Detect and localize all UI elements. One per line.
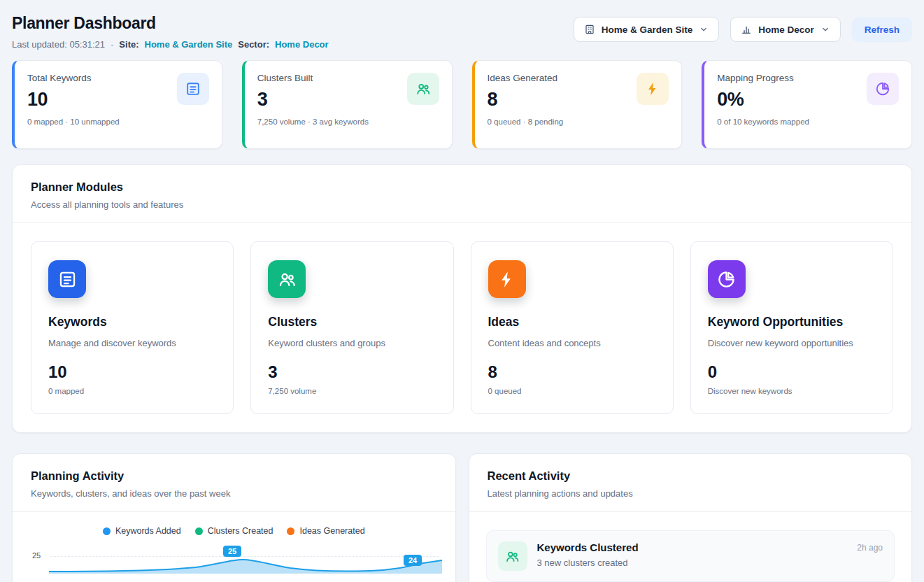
data-point-label: 24 [404,555,422,566]
stat-value: 3 [257,89,369,111]
modules-grid: Keywords Manage and discover keywords 10… [13,223,911,432]
stat-label: Ideas Generated [488,73,564,83]
legend-item-ideas-generated: Ideas Generated [287,526,364,536]
topbar-controls: Home & Garden Site Home Decor Refresh [574,17,912,42]
keywords-icon [177,73,209,105]
sector-label: Sector: [238,39,269,50]
module-card-keyword-opportunities[interactable]: Keyword Opportunities Discover new keywo… [690,241,893,414]
stat-main: Clusters Built 3 7,250 volume · 3 avg ke… [257,73,369,138]
stat-detail: 0 mapped · 10 unmapped [27,118,120,126]
legend-label: Keywords Added [115,526,181,536]
stat-card-total-keywords: Total Keywords 10 0 mapped · 10 unmapped [12,60,222,149]
site-selector[interactable]: Home & Garden Site [574,17,720,42]
module-description: Manage and discover keywords [48,338,216,348]
stat-value: 10 [27,89,120,111]
meta-line: Last updated: 05:31:21 · Site: Home & Ga… [12,39,329,50]
stat-card-ideas-generated: Ideas Generated 8 0 queued · 8 pending [472,60,683,149]
clusters-icon [268,260,306,298]
module-detail: 0 queued [488,387,656,395]
module-value: 3 [268,362,436,382]
clusters-icon [498,541,527,571]
sector-selector[interactable]: Home Decor [730,17,841,42]
activity-item-keywords-clustered: Keywords Clustered 3 new clusters create… [486,530,895,582]
module-detail: 0 mapped [48,387,216,395]
stat-label: Total Keywords [27,73,120,83]
module-value: 0 [708,362,876,382]
topbar: Planner Dashboard Last updated: 05:31:21… [12,0,912,57]
module-title: Keyword Opportunities [708,315,876,329]
site-link[interactable]: Home & Garden Site [145,39,233,50]
module-description: Keyword clusters and groups [268,338,436,348]
chart-legend: Keywords Added Clusters Created Ideas Ge… [13,512,455,540]
chevron-down-icon [699,24,709,34]
panel-title: Planning Activity [31,469,437,483]
data-point-label: 25 [223,546,241,557]
stat-detail: 0 queued · 8 pending [488,118,564,126]
module-detail: 7,250 volume [268,387,436,395]
recent-activity-header: Recent Activity Latest planning actions … [469,454,912,512]
site-label: Site: [119,39,138,50]
module-description: Discover new keyword opportunities [708,338,876,348]
module-title: Ideas [488,315,656,329]
legend-dot [287,527,294,535]
activity-subtitle: 3 new clusters created [537,558,639,568]
planner-modules-header: Planner Modules Access all planning tool… [13,165,911,223]
planning-activity-header: Planning Activity Keywords, clusters, an… [13,454,455,512]
planning-activity-chart: 25 25 24 [29,541,439,582]
stat-label: Clusters Built [257,73,369,83]
legend-dot [195,527,203,535]
stat-label: Mapping Progress [717,73,809,83]
activity-list: Keywords Clustered 3 new clusters create… [469,512,912,582]
sector-selector-label: Home Decor [758,24,814,35]
module-title: Clusters [268,315,436,329]
activity-title: Keywords Clustered [537,541,639,553]
legend-item-keywords-added: Keywords Added [103,526,181,536]
stat-card-mapping-progress: Mapping Progress 0% 0 of 10 keywords map… [702,60,912,149]
planning-activity-panel: Planning Activity Keywords, clusters, an… [12,453,456,582]
refresh-button[interactable]: Refresh [852,17,912,42]
module-card-ideas[interactable]: Ideas Content ideas and concepts 8 0 que… [471,241,674,414]
last-updated-text: Last updated: 05:31:21 [12,39,105,50]
legend-label: Clusters Created [208,526,273,536]
module-value: 10 [48,362,216,382]
keywords-added-area-series [49,541,442,574]
panel-title: Recent Activity [488,469,894,483]
panel-title: Planner Modules [31,180,893,194]
stat-detail: 0 of 10 keywords mapped [717,118,809,126]
page-title: Planner Dashboard [12,14,329,33]
stat-card-clusters-built: Clusters Built 3 7,250 volume · 3 avg ke… [242,60,453,149]
panel-subtitle: Keywords, clusters, and ideas over the p… [31,488,437,499]
lightning-icon [637,73,669,105]
bottom-row: Planning Activity Keywords, clusters, an… [12,453,912,582]
module-value: 8 [488,362,656,382]
legend-item-clusters-created: Clusters Created [195,526,273,536]
building-icon [584,24,595,35]
planner-modules-panel: Planner Modules Access all planning tool… [12,164,912,433]
meta-separator: · [111,39,113,50]
module-card-keywords[interactable]: Keywords Manage and discover keywords 10… [31,241,234,414]
stat-value: 8 [488,89,564,111]
sector-link[interactable]: Home Decor [275,39,329,50]
legend-label: Ideas Generated [299,526,364,536]
stat-value: 0% [717,89,809,111]
module-detail: Discover new keywords [708,387,876,395]
y-axis-tick: 25 [32,551,41,560]
activity-timestamp: 2h ago [857,541,883,553]
keywords-icon [48,260,86,298]
recent-activity-panel: Recent Activity Latest planning actions … [469,453,913,582]
chevron-down-icon [820,24,830,34]
module-title: Keywords [48,315,216,329]
panel-subtitle: Latest planning actions and updates [488,488,894,499]
pie-chart-icon [708,260,746,298]
stat-main: Total Keywords 10 0 mapped · 10 unmapped [27,73,120,138]
legend-dot [103,527,111,535]
stat-main: Ideas Generated 8 0 queued · 8 pending [488,73,564,138]
module-card-clusters[interactable]: Clusters Keyword clusters and groups 3 7… [250,241,453,414]
stat-detail: 7,250 volume · 3 avg keywords [257,118,369,126]
lightning-icon [488,260,526,298]
activity-text: Keywords Clustered 3 new clusters create… [537,541,639,568]
stats-row: Total Keywords 10 0 mapped · 10 unmapped… [12,60,912,149]
panel-subtitle: Access all planning tools and features [31,199,893,210]
pie-chart-icon [867,73,899,105]
stat-main: Mapping Progress 0% 0 of 10 keywords map… [717,73,809,138]
